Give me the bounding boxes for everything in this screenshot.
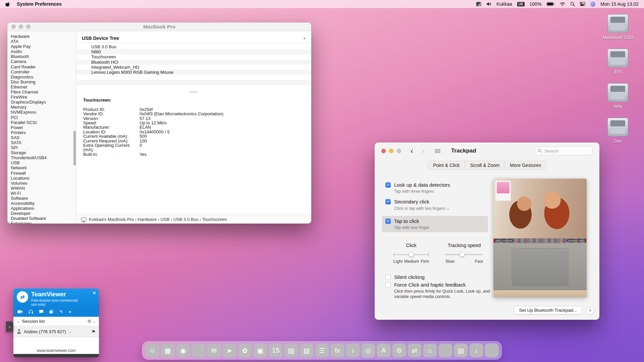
- chevron-down-icon[interactable]: ⌄: [93, 319, 96, 323]
- sidebar-item[interactable]: Volumes: [7, 181, 76, 186]
- tab[interactable]: Scroll & Zoom: [465, 161, 505, 169]
- sidebar-item[interactable]: SPI: [7, 145, 76, 150]
- checkbox-icon[interactable]: [385, 282, 391, 288]
- sidebar-item[interactable]: Bluetooth: [7, 54, 76, 59]
- desktop-icon[interactable]: WIN: [598, 83, 637, 109]
- tab[interactable]: More Gestures: [505, 161, 546, 169]
- sidebar-item[interactable]: Card Reader: [7, 64, 76, 69]
- sidebar-item[interactable]: Disabled Software: [7, 216, 76, 221]
- sidebar-item[interactable]: SAS: [7, 135, 76, 140]
- session-user-row[interactable]: Andres (776 375 627) ⌄ ⚑: [13, 326, 99, 337]
- collapse-icon[interactable]: ∧: [303, 36, 306, 41]
- option-tap-to-click[interactable]: Tap to click Tap with one finger: [382, 216, 488, 232]
- menu-bar-clock[interactable]: Mon 15 Aug 13.02: [600, 1, 639, 7]
- sidebar-item[interactable]: Extensions: [7, 221, 76, 224]
- sidebar-item[interactable]: Thunderbolt/USB4: [7, 155, 76, 160]
- click-slider[interactable]: [393, 251, 429, 257]
- gear-icon[interactable]: ⚙: [87, 319, 91, 324]
- device-tree-row[interactable]: USB 3.0 Bus: [76, 44, 311, 49]
- sidebar-item[interactable]: Locations: [7, 176, 76, 181]
- video-call-icon[interactable]: [17, 310, 23, 314]
- show-all-preferences-icon[interactable]: [435, 149, 440, 153]
- set-up-bluetooth-trackpad-button[interactable]: Set Up Bluetooth Trackpad...: [514, 306, 582, 314]
- sidebar-item[interactable]: Network: [7, 165, 76, 170]
- device-tree-row[interactable]: Touchscreen: [76, 54, 311, 59]
- battery-icon[interactable]: [546, 2, 555, 6]
- window-titlebar[interactable]: MacBook Pro: [7, 22, 311, 31]
- flag-icon[interactable]: ⚑: [92, 329, 96, 334]
- tab[interactable]: Point & Click: [428, 161, 465, 169]
- dock-icon[interactable]: ↓: [470, 344, 483, 357]
- back-button[interactable]: ‹: [411, 147, 413, 155]
- dock-icon[interactable]: ▦: [161, 344, 175, 357]
- zoom-button[interactable]: [397, 149, 401, 153]
- sidebar-item[interactable]: WWAN: [7, 186, 76, 191]
- control-center-icon[interactable]: [580, 2, 585, 6]
- volume-icon[interactable]: [486, 2, 491, 6]
- teamviewer-side-tab[interactable]: ›: [6, 321, 13, 332]
- apple-menu-icon[interactable]: [5, 1, 10, 7]
- sidebar-item[interactable]: Memory: [7, 105, 76, 110]
- tracking-speed-slider[interactable]: [445, 251, 483, 257]
- dock-icon[interactable]: A: [377, 344, 391, 357]
- checkbox-icon[interactable]: [385, 199, 391, 204]
- dock-icon[interactable]: ▣: [254, 344, 267, 357]
- sidebar-item[interactable]: Audio: [7, 49, 76, 54]
- dock-icon[interactable]: [192, 344, 206, 357]
- dock-icon[interactable]: ✉: [207, 344, 221, 357]
- slider-knob[interactable]: [409, 252, 414, 257]
- sidebar-item[interactable]: Ethernet: [7, 84, 76, 89]
- option-sublabel-dropdown[interactable]: Click or tap with two fingers ⌄: [394, 206, 450, 211]
- sidebar-item[interactable]: Software: [7, 196, 76, 201]
- sidebar-item[interactable]: Parallel SCSI: [7, 120, 76, 125]
- disclosure-icon[interactable]: ⌄: [17, 319, 20, 323]
- pane-splitter[interactable]: [76, 90, 311, 94]
- spotlight-icon[interactable]: [570, 2, 575, 6]
- dock-icon[interactable]: ▤: [300, 344, 314, 357]
- dock-icon[interactable]: ♪: [346, 344, 360, 357]
- audio-call-icon[interactable]: [29, 310, 33, 314]
- desktop-icon[interactable]: Doc: [598, 118, 637, 143]
- dock-icon[interactable]: ⚙: [392, 344, 406, 357]
- wifi-icon[interactable]: [560, 2, 565, 6]
- minimize-button[interactable]: [389, 149, 393, 153]
- sidebar-item[interactable]: Accessibility: [7, 201, 76, 206]
- slider-knob[interactable]: [460, 252, 465, 257]
- sidebar-item[interactable]: Fibre Channel: [7, 89, 76, 95]
- option-force-click[interactable]: Force Click and haptic feedback: [385, 282, 492, 288]
- sidebar-item[interactable]: Controller: [7, 69, 76, 74]
- desktop-icon[interactable]: EFI: [598, 49, 637, 74]
- dock-icon[interactable]: ✿: [238, 344, 252, 357]
- dock-icon[interactable]: [485, 344, 499, 357]
- checkbox-icon[interactable]: [385, 182, 391, 188]
- teamviewer-footer-link[interactable]: www.teamviewer.com: [13, 347, 99, 354]
- sidebar-item[interactable]: SATA: [7, 140, 76, 145]
- dock-icon[interactable]: ☰: [315, 344, 329, 357]
- active-app-name[interactable]: System Preferences: [17, 1, 62, 7]
- desktop-icon[interactable]: Macintosh SSD: [598, 14, 637, 40]
- option-silent-clicking[interactable]: Silent clicking: [385, 274, 492, 280]
- clipboard-icon[interactable]: [49, 310, 54, 314]
- sidebar-item[interactable]: Storage: [7, 150, 76, 155]
- sidebar-item[interactable]: ATA: [7, 39, 76, 44]
- dock-icon[interactable]: [439, 344, 452, 357]
- forward-button[interactable]: ›: [422, 147, 425, 155]
- chat-icon[interactable]: [39, 310, 44, 314]
- sidebar-item[interactable]: Camera: [7, 59, 76, 64]
- help-button[interactable]: ?: [586, 307, 594, 315]
- device-tree-row[interactable]: Integrated_Webcam_HD: [76, 65, 311, 70]
- sidebar-item[interactable]: Diagnostics: [7, 74, 76, 79]
- close-icon[interactable]: ✕: [92, 290, 96, 296]
- sidebar-item[interactable]: Wi-Fi: [7, 191, 76, 196]
- dock-icon[interactable]: ◎: [362, 344, 375, 357]
- dock-icon[interactable]: ⇄: [408, 344, 422, 357]
- option-lookup[interactable]: Look up & data detectors Tap with three …: [385, 182, 492, 194]
- sidebar-item[interactable]: Apple Pay: [7, 44, 76, 49]
- sidebar-item[interactable]: NVMExpress: [7, 110, 76, 115]
- option-secondary-click[interactable]: Secondary click Click or tap with two fi…: [385, 199, 492, 211]
- checkbox-icon[interactable]: [385, 219, 391, 224]
- dock-icon[interactable]: ☺: [146, 344, 159, 357]
- sidebar-item[interactable]: Applications: [7, 206, 76, 211]
- app-status-icon[interactable]: [476, 2, 481, 6]
- dock-icon[interactable]: 15 AUG: [269, 344, 283, 357]
